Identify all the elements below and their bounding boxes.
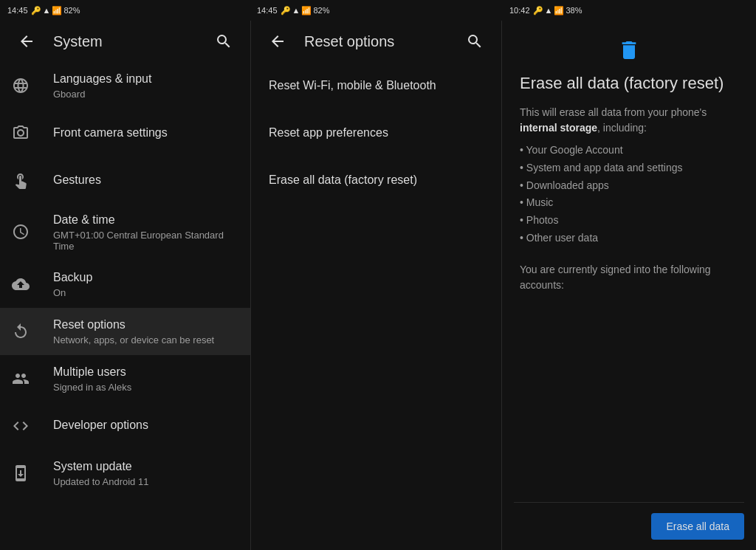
time-right: 10:42 — [509, 6, 530, 15]
erase-content: Erase all data (factory reset) This will… — [502, 21, 756, 502]
status-icons-middle: 🔑 ▲ 📶 82% — [281, 6, 330, 16]
reset-label: Reset options — [53, 317, 238, 333]
sidebar-item-backup[interactable]: Backup On — [0, 261, 250, 308]
camera-front-icon — [12, 124, 30, 142]
signal-icon: 📶 — [52, 6, 62, 16]
system-title: System — [53, 33, 197, 50]
reset-wifi-label: Reset Wi-Fi, mobile & Bluetooth — [269, 79, 436, 92]
back-arrow-icon — [18, 32, 35, 50]
main-content: System Languages & input Gboard Front ca… — [0, 21, 756, 550]
developer-label: Developer options — [53, 418, 238, 433]
backup-text: Backup On — [53, 270, 238, 298]
erase-desc-bold: internal storage — [520, 122, 597, 134]
erase-title: Erase all data (factory reset) — [520, 74, 738, 93]
date-time-sublabel: GMT+01:00 Central European Standard Time — [53, 230, 238, 252]
system-update-text: System update Updated to Android 11 — [53, 459, 238, 487]
list-item-apps: • Downloaded apps — [520, 177, 738, 195]
erase-desc-part2: , including: — [597, 122, 647, 134]
users-sublabel: Signed in as Aleks — [53, 382, 238, 393]
trash-icon-container — [520, 38, 738, 62]
key-icon: 🔑 — [31, 6, 41, 16]
backup-label: Backup — [53, 270, 238, 286]
gestures-icon — [12, 171, 30, 189]
reset-icon — [12, 323, 30, 340]
erase-list: • Your Google Account • System and app d… — [520, 142, 738, 247]
reset-wifi-item[interactable]: Reset Wi-Fi, mobile & Bluetooth — [251, 62, 501, 109]
list-item-google: • Your Google Account — [520, 142, 738, 159]
system-update-sublabel: Updated to Android 11 — [53, 476, 238, 487]
battery-middle: 82% — [313, 6, 329, 15]
panel-reset-header: Reset options — [251, 21, 501, 62]
reset-text: Reset options Network, apps, or device c… — [53, 317, 238, 346]
status-icons-right: 🔑 ▲ 📶 38% — [533, 6, 583, 16]
search-button-middle[interactable] — [460, 27, 489, 56]
panel-system-header: System — [0, 21, 250, 62]
time-icon — [12, 223, 30, 241]
backup-sublabel: On — [53, 287, 238, 298]
back-arrow-icon-middle — [269, 32, 286, 50]
sidebar-item-users[interactable]: Multiple users Signed in as Aleks — [0, 355, 250, 402]
status-bar-left: 14:45 🔑 ▲ 📶 82% — [0, 6, 251, 16]
front-camera-label: Front camera settings — [53, 126, 238, 141]
users-text: Multiple users Signed in as Aleks — [53, 365, 238, 393]
reset-title: Reset options — [304, 33, 448, 50]
wifi-icon-r: ▲ — [545, 6, 553, 15]
system-update-label: System update — [53, 459, 238, 475]
list-item-system: • System and app data and settings — [520, 159, 738, 177]
date-time-label: Date & time — [53, 213, 238, 228]
key-icon-m: 🔑 — [281, 6, 291, 16]
panel-system: System Languages & input Gboard Front ca… — [0, 21, 251, 550]
date-time-text: Date & time GMT+01:00 Central European S… — [53, 213, 238, 252]
back-button-middle[interactable] — [263, 27, 292, 56]
front-camera-text: Front camera settings — [53, 126, 238, 141]
users-label: Multiple users — [53, 365, 238, 380]
sidebar-item-date-time[interactable]: Date & time GMT+01:00 Central European S… — [0, 204, 250, 261]
gestures-text: Gestures — [53, 173, 238, 188]
erase-description: This will erase all data from your phone… — [520, 105, 738, 136]
developer-text: Developer options — [53, 418, 238, 433]
reset-app-prefs-item[interactable]: Reset app preferences — [251, 109, 501, 157]
status-bar-middle: 14:45 🔑 ▲ 📶 82% — [251, 6, 502, 16]
panel-erase-data: Erase all data (factory reset) This will… — [502, 21, 756, 550]
search-button-left[interactable] — [209, 27, 238, 56]
accounts-text: You are currently signed into the follow… — [520, 262, 738, 293]
time-left: 14:45 — [7, 6, 28, 15]
search-icon-middle — [466, 32, 484, 50]
reset-app-prefs-label: Reset app preferences — [269, 126, 388, 140]
erase-desc-part1: This will erase all data from your phone… — [520, 106, 707, 118]
erase-all-data-button[interactable]: Erase all data — [651, 513, 744, 540]
status-bar-right: 10:42 🔑 ▲ 📶 38% — [502, 6, 756, 16]
sidebar-item-gestures[interactable]: Gestures — [0, 157, 250, 204]
bottom-bar: Erase all data — [502, 503, 756, 550]
update-icon — [12, 464, 30, 482]
time-middle: 14:45 — [257, 6, 278, 15]
gestures-label: Gestures — [53, 173, 238, 188]
wifi-icon-m: ▲ — [292, 6, 300, 15]
language-icon — [12, 77, 30, 94]
reset-sublabel: Network, apps, or device can be reset — [53, 334, 238, 346]
search-icon-left — [215, 32, 233, 50]
battery-left: 82% — [63, 6, 80, 15]
sidebar-item-system-update[interactable]: System update Updated to Android 11 — [0, 450, 250, 497]
developer-icon — [12, 417, 30, 435]
users-icon — [12, 370, 30, 388]
sidebar-item-developer[interactable]: Developer options — [0, 402, 250, 450]
trash-icon — [617, 38, 641, 62]
list-item-other: • Other user data — [520, 230, 738, 247]
signal-icon-r: 📶 — [554, 6, 564, 16]
list-item-music: • Music — [520, 194, 738, 212]
sidebar-item-reset[interactable]: Reset options Network, apps, or device c… — [0, 308, 250, 355]
key-icon-r: 🔑 — [533, 6, 543, 16]
sidebar-item-front-camera[interactable]: Front camera settings — [0, 109, 250, 157]
status-icons-left: 🔑 ▲ 📶 82% — [31, 6, 80, 16]
languages-label: Languages & input — [53, 72, 238, 87]
backup-icon — [12, 275, 30, 293]
list-item-photos: • Photos — [520, 212, 738, 230]
battery-right: 38% — [566, 6, 582, 15]
languages-sublabel: Gboard — [53, 89, 238, 100]
back-button[interactable] — [12, 27, 41, 56]
sidebar-item-languages[interactable]: Languages & input Gboard — [0, 62, 250, 109]
factory-reset-item[interactable]: Erase all data (factory reset) — [251, 157, 501, 204]
panel-reset-options: Reset options Reset Wi-Fi, mobile & Blue… — [251, 21, 502, 550]
signal-icon-m: 📶 — [301, 6, 312, 16]
